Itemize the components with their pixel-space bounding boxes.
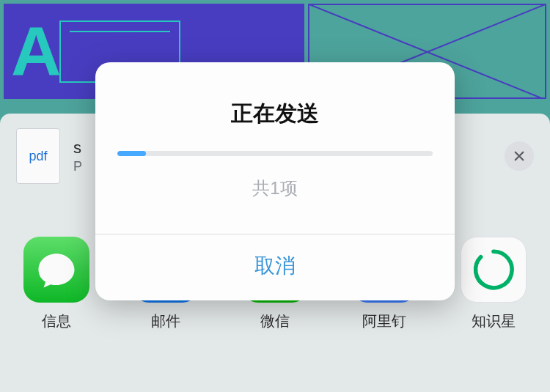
progress-fill [117,151,146,156]
sending-modal: 正在发送 共1项 取消 [95,62,455,300]
share-app-label: 知识星 [472,311,516,331]
share-app-zsxq[interactable]: 知识星 [453,237,534,331]
banner-letter-a: A [11,17,54,86]
share-app-label: 信息 [42,311,71,331]
share-app-label: 邮件 [151,311,180,331]
cancel-button[interactable]: 取消 [95,234,455,300]
modal-title: 正在发送 [95,62,455,151]
document-thumbnail[interactable]: pdf [16,128,60,184]
share-app-messages[interactable]: 信息 [16,237,97,331]
share-app-label: 微信 [260,311,290,331]
star-icon [461,237,527,303]
share-app-label: 阿里钉 [362,311,406,331]
modal-subtitle: 共1项 [95,177,455,234]
close-icon [513,149,526,163]
close-button[interactable] [505,141,534,171]
progress-bar [117,151,433,156]
document-thumbnail-label: pdf [29,149,47,164]
messages-icon [23,237,89,303]
